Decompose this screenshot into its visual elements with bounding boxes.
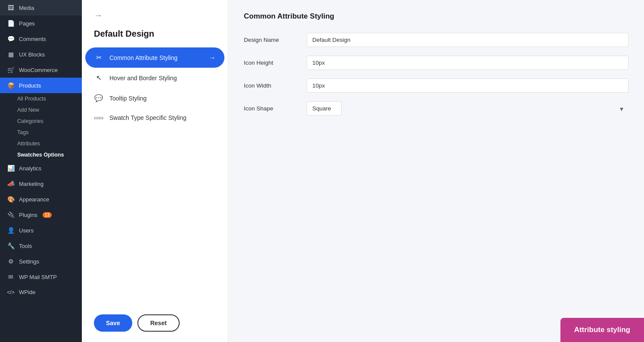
sidebar-item-wp-mail-smtp[interactable]: ✉ WP Mail SMTP: [0, 269, 82, 285]
common-attribute-styling-icon: ✂: [94, 53, 103, 62]
woocommerce-icon: 🛒: [7, 66, 15, 73]
main-area: Stock left & Out of Stock A... And Many …: [82, 0, 644, 342]
wpide-icon: </>: [7, 289, 15, 295]
icon-shape-label: Icon Shape: [244, 105, 300, 112]
sidebar-item-analytics[interactable]: 📊 Analytics: [0, 160, 82, 176]
attribute-styling-bar[interactable]: Attribute styling: [560, 318, 644, 342]
ux-blocks-icon: ▦: [7, 51, 15, 58]
form-row-icon-shape: Icon Shape Square Circle Rounded: [244, 101, 628, 116]
tools-icon: 🔧: [7, 242, 15, 249]
marketing-icon: 📣: [7, 180, 15, 187]
menu-item-arrow: →: [209, 54, 216, 62]
panel-title: Common Attribute Styling: [244, 12, 628, 21]
pages-icon: 📄: [7, 20, 15, 27]
modal-right-panel: Common Attribute Styling Design Name Ico…: [228, 0, 644, 342]
products-icon: 📦: [7, 82, 15, 89]
menu-item-swatch-type-specific[interactable]: ▭▭ Swatch Type Specific Styling: [82, 108, 228, 127]
analytics-icon: 📊: [7, 165, 15, 172]
sidebar-item-tools[interactable]: 🔧 Tools: [0, 238, 82, 254]
sidebar-item-plugins[interactable]: 🔌 Plugins 13: [0, 207, 82, 223]
modal-left-panel: → Default Design ✂ Common Attribute Styl…: [82, 0, 228, 342]
icon-shape-select-wrapper: Square Circle Rounded: [307, 101, 628, 116]
modal-footer: Save Reset: [82, 306, 228, 332]
sidebar-sub-attributes[interactable]: Attributes: [0, 138, 82, 149]
sidebar-sub-add-new[interactable]: Add New: [0, 104, 82, 116]
plugins-icon: 🔌: [7, 211, 15, 218]
reset-button[interactable]: Reset: [137, 314, 180, 332]
icon-width-input[interactable]: [307, 78, 628, 93]
overlay: → Default Design ✂ Common Attribute Styl…: [82, 0, 644, 342]
sidebar-sub-categories[interactable]: Categories: [0, 116, 82, 127]
sidebar-item-wpide[interactable]: </> WPide: [0, 285, 82, 300]
sidebar-item-users[interactable]: 👤 Users: [0, 223, 82, 238]
menu-item-tooltip-styling[interactable]: 💬 Tooltip Styling: [82, 88, 228, 108]
sidebar-item-products[interactable]: 📦 Products: [0, 78, 82, 93]
sidebar-item-media[interactable]: 🖼 Media: [0, 0, 82, 16]
modal-title: Default Design: [82, 29, 228, 47]
sidebar-item-comments[interactable]: 💬 Comments: [0, 31, 82, 47]
sidebar-item-woocommerce[interactable]: 🛒 WooCommerce: [0, 62, 82, 78]
menu-item-common-attribute-styling[interactable]: ✂ Common Attribute Styling →: [85, 47, 224, 68]
users-icon: 👤: [7, 227, 15, 234]
menu-item-hover-border-styling[interactable]: ↖ Hover and Border Styling: [82, 68, 228, 88]
tooltip-styling-icon: 💬: [94, 94, 103, 102]
appearance-icon: 🎨: [7, 196, 15, 203]
media-icon: 🖼: [7, 4, 15, 11]
sidebar-item-ux-blocks[interactable]: ▦ UX Blocks: [0, 47, 82, 62]
sidebar-item-appearance[interactable]: 🎨 Appearance: [0, 191, 82, 207]
sidebar-sub-all-products[interactable]: All Products: [0, 93, 82, 104]
icon-height-input[interactable]: [307, 56, 628, 70]
form-row-icon-height: Icon Height: [244, 56, 628, 70]
sidebar-sub-tags[interactable]: Tags: [0, 127, 82, 138]
icon-shape-select[interactable]: Square Circle Rounded: [307, 101, 342, 116]
sidebar: 🖼 Media 📄 Pages 💬 Comments ▦ UX Blocks 🛒…: [0, 0, 82, 342]
save-button[interactable]: Save: [94, 314, 132, 332]
comments-icon: 💬: [7, 35, 15, 42]
sidebar-item-marketing[interactable]: 📣 Marketing: [0, 176, 82, 191]
plugins-badge: 13: [43, 212, 52, 218]
swatch-type-specific-icon: ▭▭: [94, 115, 103, 121]
design-name-input[interactable]: [307, 33, 628, 47]
form-row-icon-width: Icon Width: [244, 78, 628, 93]
sidebar-sub-swatches-options[interactable]: Swatches Options: [0, 149, 82, 160]
settings-icon: ⚙: [7, 258, 15, 265]
sidebar-item-pages[interactable]: 📄 Pages: [0, 16, 82, 31]
hover-border-styling-icon: ↖: [94, 74, 103, 82]
icon-width-label: Icon Width: [244, 82, 300, 89]
wp-mail-smtp-icon: ✉: [7, 273, 15, 280]
sidebar-item-settings[interactable]: ⚙ Settings: [0, 254, 82, 269]
background-area: Stock left & Out of Stock A... And Many …: [82, 0, 644, 342]
design-name-label: Design Name: [244, 37, 300, 43]
modal-back-arrow[interactable]: →: [82, 10, 228, 29]
icon-height-label: Icon Height: [244, 60, 300, 66]
form-row-design-name: Design Name: [244, 33, 628, 47]
